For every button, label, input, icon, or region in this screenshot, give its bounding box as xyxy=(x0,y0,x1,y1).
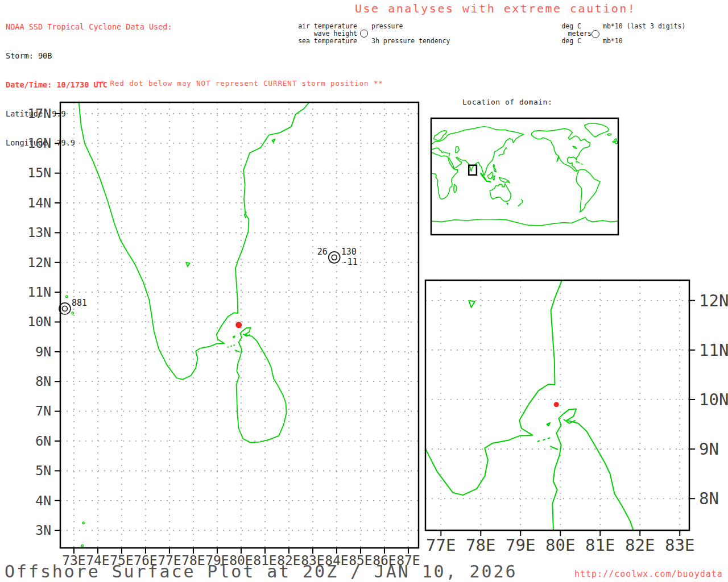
coastline-path xyxy=(490,184,511,201)
coastline-path xyxy=(543,439,545,440)
storm-position-dot xyxy=(235,322,242,328)
station-air-temperature: 26 xyxy=(317,247,328,257)
lat-tick-label: 10N xyxy=(699,390,728,409)
coastline-path xyxy=(493,176,495,180)
lat-tick-label: 11N xyxy=(699,340,728,360)
lon-tick-label: 82E xyxy=(625,535,655,555)
main-map: 73E74E75E76E77E78E79E80E81E82E83E84E85E8… xyxy=(27,100,420,568)
lat-tick-label: 16N xyxy=(27,136,51,151)
station-pressure: 130 xyxy=(341,247,357,257)
coastline-path xyxy=(272,139,275,142)
lon-tick-label: 77E xyxy=(426,535,456,555)
island-speck xyxy=(81,545,84,547)
lon-tick-label: 80E xyxy=(545,535,575,555)
coastline-path xyxy=(234,345,235,346)
coastline-path xyxy=(576,169,600,212)
coastline-path xyxy=(454,184,457,193)
coastline-path xyxy=(499,177,510,183)
coastline-path xyxy=(531,128,590,171)
lat-tick-label: 12N xyxy=(27,255,51,270)
coastline-path xyxy=(237,328,287,443)
inset-map-coastline xyxy=(289,31,676,582)
lon-tick-label: 83E xyxy=(665,535,694,555)
coastline-path xyxy=(431,217,618,226)
coastline-path xyxy=(488,172,493,179)
station-pressure: 881 xyxy=(72,298,87,308)
coastline-path xyxy=(231,346,233,346)
coastline-path xyxy=(233,336,235,338)
lat-tick-label: 3N xyxy=(35,523,51,538)
island-speck xyxy=(72,312,74,314)
lat-tick-label: 13N xyxy=(27,225,51,240)
main-map-axis-labels: 73E74E75E76E77E78E79E80E81E82E83E84E85E8… xyxy=(27,106,420,568)
coastline-path xyxy=(573,146,577,149)
lat-tick-label: 14N xyxy=(27,196,51,210)
lon-tick-label: 81E xyxy=(585,535,615,555)
lat-tick-label: 10N xyxy=(27,314,51,329)
coastline-path xyxy=(547,423,551,426)
lon-tick-label: 79E xyxy=(506,535,535,555)
buoy-circle-icon xyxy=(332,255,337,260)
coastline-path xyxy=(615,139,618,144)
coastline-path xyxy=(486,181,491,182)
coastline-path xyxy=(521,199,523,203)
lat-tick-label: 9N xyxy=(699,439,719,459)
plot-title: Offshore Surface Plot at 20Z / JAN 10, 2… xyxy=(5,562,517,581)
coastline-path xyxy=(566,217,569,227)
coastline-path xyxy=(613,141,614,143)
lat-tick-label: 15N xyxy=(27,165,51,180)
source-url-link[interactable]: http://coolwx.com/buoydata xyxy=(574,569,723,579)
plot-canvas: 73E74E75E76E77E78E79E80E81E82E83E84E85E8… xyxy=(0,0,728,582)
coastline-path xyxy=(537,440,540,442)
world-locator-map xyxy=(431,118,618,235)
lat-tick-label: 7N xyxy=(35,404,51,418)
storm-position-dot-inset xyxy=(554,402,559,407)
lat-tick-label: 8N xyxy=(35,374,51,389)
coastline-path xyxy=(518,203,522,206)
buoy-circle-icon xyxy=(62,306,67,311)
coastline-path xyxy=(469,301,475,307)
station-pressure-tendency: -11 xyxy=(342,257,358,267)
coastline-path xyxy=(585,123,609,137)
coastline-path xyxy=(493,164,496,172)
lat-tick-label: 6N xyxy=(35,434,51,448)
coastline-path xyxy=(228,347,229,347)
coastline-path xyxy=(612,95,617,101)
coastline-path xyxy=(548,438,550,439)
island-speck xyxy=(82,522,85,524)
lat-tick-label: 5N xyxy=(35,463,51,478)
coastline-path xyxy=(186,263,189,267)
lat-tick-label: 17N xyxy=(27,106,51,121)
island-speck xyxy=(66,296,68,298)
coastline-path xyxy=(581,164,583,164)
station-plots: 26130-11881 xyxy=(59,247,358,314)
buoy-plot-page: NOAA SSD Tropical Cyclone Data Used: Sto… xyxy=(0,0,728,582)
station-plot: 26130-11 xyxy=(317,247,358,267)
coastline-path xyxy=(431,152,458,199)
coastline-path xyxy=(507,203,508,205)
lat-tick-label: 12N xyxy=(699,291,728,310)
lon-tick-label: 78E xyxy=(466,535,495,555)
world-coastline xyxy=(431,123,618,226)
coastline-path xyxy=(576,161,580,163)
coastline-path xyxy=(456,147,459,152)
lat-tick-label: 9N xyxy=(35,344,51,359)
coastline-path xyxy=(78,100,311,379)
lat-tick-label: 8N xyxy=(699,489,719,508)
lat-tick-label: 4N xyxy=(35,493,51,508)
main-map-coastline xyxy=(66,100,311,547)
coastline-path xyxy=(607,134,611,135)
lat-tick-label: 11N xyxy=(27,285,51,300)
world-map-frame xyxy=(431,118,618,235)
coastline-path xyxy=(552,409,636,582)
